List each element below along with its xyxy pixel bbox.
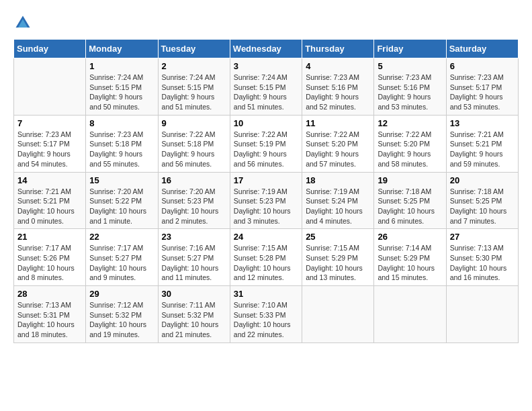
calendar-day-cell: 16Sunrise: 7:20 AM Sunset: 5:23 PM Dayli… <box>158 172 230 229</box>
day-info: Sunrise: 7:15 AM Sunset: 5:29 PM Dayligh… <box>306 243 370 283</box>
calendar-day-cell: 3Sunrise: 7:24 AM Sunset: 5:15 PM Daylig… <box>230 58 302 116</box>
day-info: Sunrise: 7:23 AM Sunset: 5:18 PM Dayligh… <box>89 130 154 169</box>
calendar-day-cell <box>374 286 446 343</box>
calendar-header-cell: Wednesday <box>230 40 302 58</box>
day-number: 27 <box>450 232 515 242</box>
calendar-header-cell: Tuesday <box>158 40 230 58</box>
calendar-day-cell <box>14 58 86 116</box>
calendar-day-cell: 11Sunrise: 7:22 AM Sunset: 5:20 PM Dayli… <box>302 115 374 172</box>
calendar-day-cell: 5Sunrise: 7:23 AM Sunset: 5:16 PM Daylig… <box>374 58 446 116</box>
day-number: 3 <box>234 61 298 71</box>
calendar-week-row: 14Sunrise: 7:21 AM Sunset: 5:21 PM Dayli… <box>14 172 519 229</box>
day-info: Sunrise: 7:24 AM Sunset: 5:15 PM Dayligh… <box>162 73 226 112</box>
logo <box>13 13 35 32</box>
calendar-day-cell <box>446 286 518 343</box>
calendar-week-row: 28Sunrise: 7:13 AM Sunset: 5:31 PM Dayli… <box>14 286 519 343</box>
calendar-day-cell: 20Sunrise: 7:18 AM Sunset: 5:25 PM Dayli… <box>446 172 518 229</box>
calendar-header-cell: Thursday <box>302 40 374 58</box>
calendar-header-cell: Monday <box>86 40 158 58</box>
day-info: Sunrise: 7:17 AM Sunset: 5:26 PM Dayligh… <box>17 243 82 283</box>
calendar-day-cell: 30Sunrise: 7:11 AM Sunset: 5:32 PM Dayli… <box>158 286 230 343</box>
calendar-day-cell: 1Sunrise: 7:24 AM Sunset: 5:15 PM Daylig… <box>86 58 158 116</box>
day-info: Sunrise: 7:23 AM Sunset: 5:17 PM Dayligh… <box>17 130 82 169</box>
day-info: Sunrise: 7:15 AM Sunset: 5:28 PM Dayligh… <box>234 243 298 283</box>
calendar-day-cell: 13Sunrise: 7:21 AM Sunset: 5:21 PM Dayli… <box>446 115 518 172</box>
day-number: 23 <box>162 232 226 242</box>
calendar-day-cell: 15Sunrise: 7:20 AM Sunset: 5:22 PM Dayli… <box>86 172 158 229</box>
calendar-day-cell: 4Sunrise: 7:23 AM Sunset: 5:16 PM Daylig… <box>302 58 374 116</box>
day-number: 1 <box>89 61 154 71</box>
day-number: 11 <box>306 118 370 128</box>
day-number: 20 <box>450 175 515 185</box>
calendar-body: 1Sunrise: 7:24 AM Sunset: 5:15 PM Daylig… <box>14 58 519 343</box>
day-number: 30 <box>162 289 226 299</box>
day-number: 16 <box>162 175 226 185</box>
day-info: Sunrise: 7:17 AM Sunset: 5:27 PM Dayligh… <box>89 243 154 283</box>
calendar-day-cell: 25Sunrise: 7:15 AM Sunset: 5:29 PM Dayli… <box>302 229 374 286</box>
day-number: 28 <box>17 289 82 299</box>
day-info: Sunrise: 7:19 AM Sunset: 5:23 PM Dayligh… <box>234 187 298 226</box>
day-info: Sunrise: 7:12 AM Sunset: 5:32 PM Dayligh… <box>89 300 154 340</box>
day-number: 5 <box>378 61 442 71</box>
calendar-day-cell: 26Sunrise: 7:14 AM Sunset: 5:29 PM Dayli… <box>374 229 446 286</box>
calendar-week-row: 7Sunrise: 7:23 AM Sunset: 5:17 PM Daylig… <box>14 115 519 172</box>
calendar-day-cell: 7Sunrise: 7:23 AM Sunset: 5:17 PM Daylig… <box>14 115 86 172</box>
day-info: Sunrise: 7:18 AM Sunset: 5:25 PM Dayligh… <box>378 187 442 226</box>
calendar-header-row: SundayMondayTuesdayWednesdayThursdayFrid… <box>14 40 519 58</box>
day-number: 7 <box>17 118 82 128</box>
calendar-day-cell <box>302 286 374 343</box>
calendar-day-cell: 22Sunrise: 7:17 AM Sunset: 5:27 PM Dayli… <box>86 229 158 286</box>
day-info: Sunrise: 7:18 AM Sunset: 5:25 PM Dayligh… <box>450 187 515 226</box>
calendar-day-cell: 10Sunrise: 7:22 AM Sunset: 5:19 PM Dayli… <box>230 115 302 172</box>
calendar-day-cell: 28Sunrise: 7:13 AM Sunset: 5:31 PM Dayli… <box>14 286 86 343</box>
day-number: 9 <box>162 118 226 128</box>
day-info: Sunrise: 7:11 AM Sunset: 5:32 PM Dayligh… <box>162 300 226 340</box>
day-info: Sunrise: 7:23 AM Sunset: 5:16 PM Dayligh… <box>306 73 370 112</box>
day-number: 19 <box>378 175 442 185</box>
day-info: Sunrise: 7:10 AM Sunset: 5:33 PM Dayligh… <box>234 300 298 340</box>
calendar-day-cell: 12Sunrise: 7:22 AM Sunset: 5:20 PM Dayli… <box>374 115 446 172</box>
calendar-header-cell: Saturday <box>446 40 518 58</box>
day-info: Sunrise: 7:22 AM Sunset: 5:20 PM Dayligh… <box>306 130 370 169</box>
day-info: Sunrise: 7:22 AM Sunset: 5:18 PM Dayligh… <box>162 130 226 169</box>
day-info: Sunrise: 7:24 AM Sunset: 5:15 PM Dayligh… <box>234 73 298 112</box>
calendar-day-cell: 8Sunrise: 7:23 AM Sunset: 5:18 PM Daylig… <box>86 115 158 172</box>
day-number: 24 <box>234 232 298 242</box>
calendar-day-cell: 24Sunrise: 7:15 AM Sunset: 5:28 PM Dayli… <box>230 229 302 286</box>
calendar-day-cell: 19Sunrise: 7:18 AM Sunset: 5:25 PM Dayli… <box>374 172 446 229</box>
calendar-day-cell: 29Sunrise: 7:12 AM Sunset: 5:32 PM Dayli… <box>86 286 158 343</box>
day-info: Sunrise: 7:13 AM Sunset: 5:31 PM Dayligh… <box>17 300 82 340</box>
day-info: Sunrise: 7:13 AM Sunset: 5:30 PM Dayligh… <box>450 243 515 283</box>
day-number: 25 <box>306 232 370 242</box>
day-number: 21 <box>17 232 82 242</box>
day-info: Sunrise: 7:24 AM Sunset: 5:15 PM Dayligh… <box>89 73 154 112</box>
day-info: Sunrise: 7:21 AM Sunset: 5:21 PM Dayligh… <box>450 130 515 169</box>
day-number: 6 <box>450 61 515 71</box>
page-header <box>13 13 519 32</box>
calendar-day-cell: 18Sunrise: 7:19 AM Sunset: 5:24 PM Dayli… <box>302 172 374 229</box>
day-number: 15 <box>89 175 154 185</box>
calendar-day-cell: 21Sunrise: 7:17 AM Sunset: 5:26 PM Dayli… <box>14 229 86 286</box>
day-number: 22 <box>89 232 154 242</box>
calendar-week-row: 21Sunrise: 7:17 AM Sunset: 5:26 PM Dayli… <box>14 229 519 286</box>
calendar-day-cell: 23Sunrise: 7:16 AM Sunset: 5:27 PM Dayli… <box>158 229 230 286</box>
day-info: Sunrise: 7:19 AM Sunset: 5:24 PM Dayligh… <box>306 187 370 226</box>
day-number: 4 <box>306 61 370 71</box>
day-info: Sunrise: 7:14 AM Sunset: 5:29 PM Dayligh… <box>378 243 442 283</box>
day-info: Sunrise: 7:22 AM Sunset: 5:20 PM Dayligh… <box>378 130 442 169</box>
day-number: 31 <box>234 289 298 299</box>
calendar-day-cell: 2Sunrise: 7:24 AM Sunset: 5:15 PM Daylig… <box>158 58 230 116</box>
day-number: 2 <box>162 61 226 71</box>
calendar-day-cell: 27Sunrise: 7:13 AM Sunset: 5:30 PM Dayli… <box>446 229 518 286</box>
calendar-table: SundayMondayTuesdayWednesdayThursdayFrid… <box>13 39 519 343</box>
calendar-header-cell: Sunday <box>14 40 86 58</box>
calendar-header-cell: Friday <box>374 40 446 58</box>
calendar-day-cell: 6Sunrise: 7:23 AM Sunset: 5:17 PM Daylig… <box>446 58 518 116</box>
calendar-day-cell: 17Sunrise: 7:19 AM Sunset: 5:23 PM Dayli… <box>230 172 302 229</box>
calendar-day-cell: 9Sunrise: 7:22 AM Sunset: 5:18 PM Daylig… <box>158 115 230 172</box>
day-info: Sunrise: 7:23 AM Sunset: 5:17 PM Dayligh… <box>450 73 515 112</box>
day-number: 26 <box>378 232 442 242</box>
day-number: 18 <box>306 175 370 185</box>
day-number: 10 <box>234 118 298 128</box>
day-number: 8 <box>89 118 154 128</box>
